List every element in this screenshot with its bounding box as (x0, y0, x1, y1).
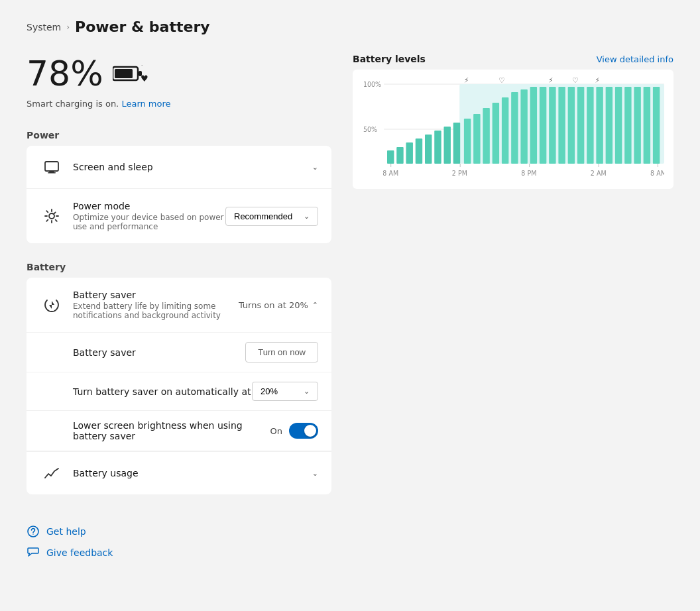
battery-usage-text: Battery usage (73, 468, 312, 478)
svg-rect-44 (615, 87, 622, 164)
svg-text:♡: ♡ (572, 78, 578, 85)
svg-rect-30 (483, 108, 489, 164)
battery-saver-status: Turns on at 20% ⌃ (239, 300, 318, 310)
svg-rect-27 (453, 123, 460, 164)
svg-rect-6 (48, 172, 56, 174)
power-mode-text: Power mode Optimize your device based on… (73, 201, 225, 231)
svg-text:⚡: ⚡ (464, 78, 469, 85)
screen-sleep-chevron: ⌄ (312, 163, 318, 172)
chart-title: Battery levels (353, 54, 426, 64)
battery-auto-row: Turn battery saver on automatically at 2… (27, 372, 331, 411)
svg-rect-38 (558, 87, 565, 164)
svg-rect-31 (493, 103, 499, 164)
battery-usage-row[interactable]: Battery usage ⌄ (27, 452, 331, 494)
turn-on-now-button[interactable]: Turn on now (245, 342, 318, 362)
smart-charging-heart-icon: ♥ (141, 74, 148, 83)
battery-brightness-row: Lower screen brightness when using batte… (27, 411, 331, 451)
battery-brightness-label: Lower screen brightness when using batte… (73, 420, 270, 441)
svg-rect-43 (606, 87, 612, 164)
battery-auto-label: Turn battery saver on automatically at (73, 386, 252, 397)
battery-saver-icon (40, 298, 64, 312)
svg-rect-40 (577, 87, 584, 164)
svg-rect-22 (406, 142, 413, 164)
battery-saver-header[interactable]: Battery saver Extend battery life by lim… (27, 278, 331, 333)
svg-rect-45 (624, 87, 631, 164)
toggle-thumb (304, 425, 316, 437)
svg-rect-5 (49, 171, 54, 172)
svg-rect-42 (596, 87, 603, 164)
svg-rect-24 (425, 135, 432, 164)
svg-rect-36 (540, 87, 546, 164)
footer: Get help Give feedback (27, 521, 331, 563)
svg-text:⚡: ⚡ (548, 78, 553, 85)
battery-section-card: Battery saver Extend battery life by lim… (27, 278, 331, 494)
charging-icon-wrap: ⚡ ♥ (113, 65, 147, 82)
battery-chart-container: 100% 50% ⚡ ♡ ⚡ ♡ (353, 70, 673, 189)
toggle-on-label: On (270, 426, 282, 436)
smart-charging-info: Smart charging is on. Learn more (27, 99, 331, 109)
svg-rect-33 (511, 92, 518, 164)
power-mode-icon (40, 209, 64, 223)
svg-rect-34 (520, 89, 527, 164)
battery-usage-icon (40, 466, 64, 480)
screen-sleep-row[interactable]: Screen and sleep ⌄ (27, 146, 331, 188)
svg-text:100%: 100% (363, 81, 381, 88)
svg-text:8 AM: 8 AM (650, 170, 664, 177)
svg-rect-39 (568, 87, 575, 164)
breadcrumb-system[interactable]: System (27, 22, 61, 32)
battery-auto-dropdown[interactable]: 20% ⌄ (252, 382, 318, 401)
battery-percent-value: 78% (27, 54, 103, 93)
svg-text:2 AM: 2 AM (591, 170, 607, 177)
svg-rect-25 (434, 131, 441, 164)
battery-chart-section: Battery levels View detailed info 100% 5… (353, 54, 673, 189)
svg-text:♡: ♡ (498, 78, 504, 85)
power-mode-row[interactable]: Power mode Optimize your device based on… (27, 189, 331, 243)
battery-saver-row-label: Battery saver (73, 347, 245, 358)
power-card: Screen and sleep ⌄ (27, 146, 331, 243)
svg-point-8 (28, 526, 38, 537)
svg-rect-48 (653, 87, 660, 164)
svg-rect-20 (387, 150, 394, 164)
svg-rect-35 (530, 87, 537, 164)
svg-rect-26 (444, 127, 451, 164)
svg-point-7 (49, 213, 54, 219)
screen-sleep-icon (40, 160, 64, 174)
learn-more-link[interactable]: Learn more (121, 99, 170, 109)
svg-point-9 (32, 533, 34, 535)
svg-text:2 PM: 2 PM (452, 170, 467, 177)
battery-brightness-toggle-wrap: On (270, 423, 318, 439)
battery-section-label: Battery (27, 262, 331, 272)
battery-percentage-display: 78% ⚡ ♥ (27, 54, 331, 93)
svg-text:8 AM: 8 AM (382, 170, 398, 177)
page-title: Power & battery (75, 19, 210, 35)
battery-usage-chevron: ⌄ (312, 469, 318, 478)
svg-rect-29 (473, 114, 480, 164)
svg-rect-46 (634, 87, 640, 164)
svg-rect-21 (396, 147, 403, 164)
svg-rect-23 (416, 139, 422, 164)
give-feedback-link[interactable]: Give feedback (27, 542, 331, 563)
battery-saver-turn-on-row: Battery saver Turn on now (27, 333, 331, 372)
power-mode-dropdown[interactable]: Recommended ⌄ (225, 207, 318, 226)
svg-rect-41 (587, 87, 593, 164)
svg-rect-37 (549, 87, 555, 164)
screen-sleep-text: Screen and sleep (73, 162, 312, 172)
svg-rect-32 (502, 97, 508, 164)
view-detailed-info-link[interactable]: View detailed info (597, 54, 673, 64)
svg-text:50%: 50% (363, 126, 377, 133)
svg-rect-4 (45, 162, 58, 171)
svg-rect-2 (115, 69, 133, 78)
breadcrumb: System › Power & battery (27, 19, 673, 35)
battery-brightness-toggle[interactable] (289, 423, 318, 439)
chart-panel: Battery levels View detailed info 100% 5… (353, 54, 673, 563)
chart-header: Battery levels View detailed info (353, 54, 673, 64)
svg-rect-47 (644, 87, 650, 164)
breadcrumb-chevron-icon: › (66, 23, 70, 32)
give-feedback-icon (27, 546, 40, 559)
battery-chart-svg: 100% 50% ⚡ ♡ ⚡ ♡ (362, 78, 664, 184)
battery-saver-text: Battery saver Extend battery life by lim… (73, 290, 239, 320)
svg-text:⚡: ⚡ (141, 65, 147, 68)
power-section-label: Power (27, 130, 331, 140)
get-help-icon (27, 525, 40, 538)
get-help-link[interactable]: Get help (27, 521, 331, 542)
